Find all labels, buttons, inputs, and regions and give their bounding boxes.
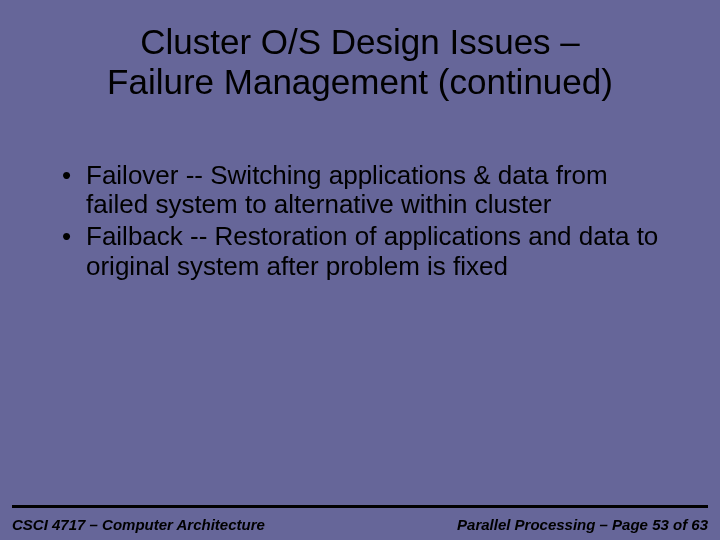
list-item: Failback -- Restoration of applications … — [58, 222, 662, 282]
bullet-text: Failback -- Restoration of applications … — [86, 221, 658, 281]
slide-footer: CSCI 4717 – Computer Architecture Parall… — [0, 516, 720, 533]
slide-title: Cluster O/S Design Issues – Failure Mana… — [0, 0, 720, 103]
title-line-2: Failure Management (continued) — [107, 62, 613, 101]
bullet-text: Failover -- Switching applications & dat… — [86, 160, 608, 220]
slide-body: Failover -- Switching applications & dat… — [0, 103, 720, 283]
slide: Cluster O/S Design Issues – Failure Mana… — [0, 0, 720, 540]
bullet-list: Failover -- Switching applications & dat… — [58, 161, 662, 283]
footer-left: CSCI 4717 – Computer Architecture — [12, 516, 265, 533]
list-item: Failover -- Switching applications & dat… — [58, 161, 662, 221]
footer-right: Parallel Processing – Page 53 of 63 — [457, 516, 708, 533]
footer-divider — [12, 505, 708, 508]
title-line-1: Cluster O/S Design Issues – — [140, 22, 580, 61]
